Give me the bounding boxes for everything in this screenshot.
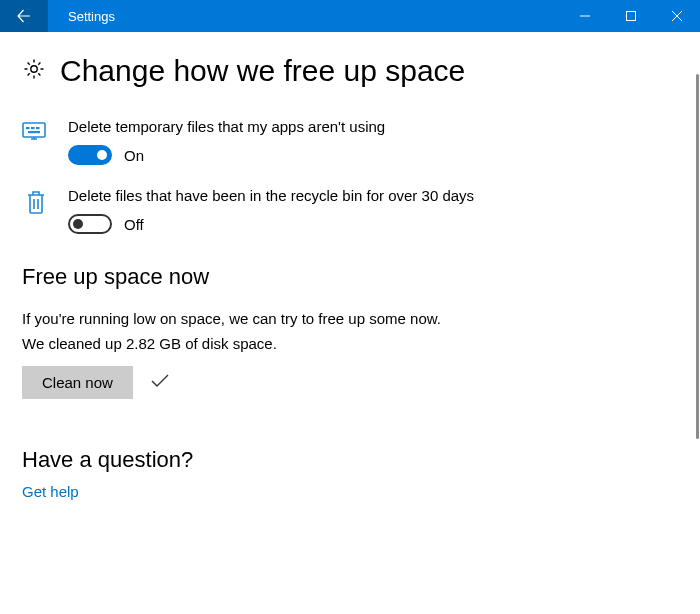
svg-rect-2	[23, 123, 45, 137]
page-title: Change how we free up space	[60, 54, 465, 88]
scrollbar[interactable]	[696, 74, 699, 439]
svg-rect-4	[31, 127, 35, 129]
temp-files-toggle[interactable]	[68, 145, 112, 165]
recycle-bin-status: Off	[124, 216, 144, 233]
clean-now-button[interactable]: Clean now	[22, 366, 133, 399]
recycle-bin-toggle[interactable]	[68, 214, 112, 234]
svg-rect-6	[28, 131, 40, 133]
window-controls	[562, 0, 700, 32]
maximize-icon	[626, 11, 636, 21]
temp-files-label: Delete temporary files that my apps aren…	[68, 118, 668, 135]
back-button[interactable]	[0, 0, 48, 32]
close-button[interactable]	[654, 0, 700, 32]
close-icon	[672, 11, 682, 21]
gear-icon	[22, 57, 46, 85]
question-heading: Have a question?	[22, 447, 668, 473]
maximize-button[interactable]	[608, 0, 654, 32]
monitor-icon	[22, 118, 50, 146]
svg-rect-5	[36, 127, 40, 129]
page-header: Change how we free up space	[22, 54, 668, 88]
temp-files-status: On	[124, 147, 144, 164]
free-up-result: We cleaned up 2.82 GB of disk space.	[22, 335, 668, 352]
titlebar: Settings	[0, 0, 700, 32]
checkmark-icon	[151, 374, 169, 392]
minimize-button[interactable]	[562, 0, 608, 32]
setting-recycle-bin: Delete files that have been in the recyc…	[22, 187, 668, 234]
recycle-bin-label: Delete files that have been in the recyc…	[68, 187, 668, 204]
free-up-heading: Free up space now	[22, 264, 668, 290]
setting-temp-files: Delete temporary files that my apps aren…	[22, 118, 668, 165]
svg-rect-3	[26, 127, 30, 129]
free-up-desc: If you're running low on space, we can t…	[22, 310, 668, 327]
svg-rect-0	[627, 12, 636, 21]
minimize-icon	[580, 11, 590, 21]
back-arrow-icon	[16, 8, 32, 24]
svg-point-1	[31, 66, 37, 72]
trash-icon	[22, 187, 50, 215]
app-title: Settings	[48, 0, 562, 32]
get-help-link[interactable]: Get help	[22, 483, 668, 500]
content-area: Change how we free up space Delete tempo…	[0, 32, 700, 614]
